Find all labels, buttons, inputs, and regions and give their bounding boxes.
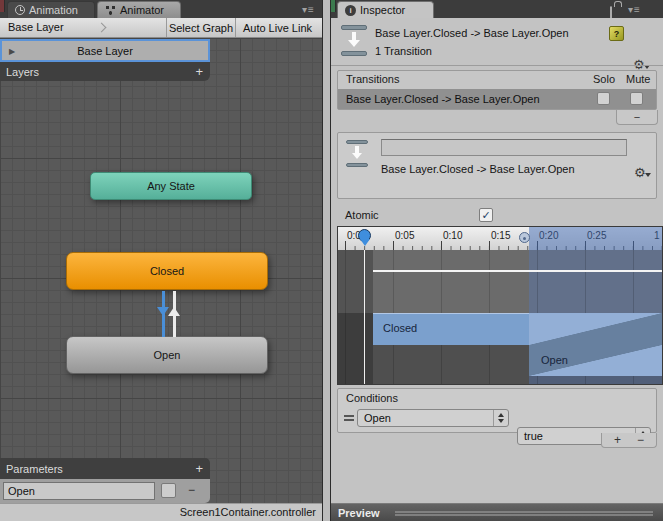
window-edge-decoration	[331, 0, 336, 12]
tick-label: 0:10	[443, 230, 462, 241]
inspector-menu-icon[interactable]: ▾≡	[628, 4, 641, 15]
state-node-any-state[interactable]: Any State	[90, 172, 252, 200]
conditions-add-remove-bar: + −	[601, 433, 657, 448]
mute-checkbox[interactable]	[630, 92, 643, 105]
layers-header-label: Layers	[6, 66, 39, 78]
transition-name-field-wrap	[381, 139, 627, 156]
any-state-label: Any State	[147, 180, 195, 192]
preview-bar[interactable]: Preview	[331, 503, 663, 521]
atomic-label: Atomic	[345, 209, 379, 221]
transition-detail-box: ⚙ Base Layer.Closed -> Base Layer.Open	[337, 132, 657, 199]
solo-checkbox[interactable]	[597, 92, 610, 105]
clip-closed-fade-wedge[interactable]	[529, 313, 662, 345]
layer-item-label: Base Layer	[77, 45, 133, 57]
parameters-header: Parameters +	[0, 458, 210, 479]
inspector-title: Base Layer.Closed -> Base Layer.Open	[375, 27, 569, 39]
select-graph-button[interactable]: Select Graph	[166, 18, 235, 37]
clock-icon	[15, 5, 25, 15]
blend-curve-line	[373, 270, 662, 272]
tab-animation-label: Animation	[29, 4, 78, 16]
transition-icon	[341, 25, 367, 56]
breadcrumb[interactable]: Base Layer	[8, 21, 64, 33]
add-parameter-button[interactable]: +	[195, 458, 203, 479]
panel-menu-icon[interactable]: ▾≡	[302, 4, 315, 15]
inspector-tab-bar: i Inspector ▾≡	[331, 0, 663, 18]
clip-bar-closed[interactable]: Closed	[373, 313, 529, 345]
unity-editor: Animation Animator ▾≡ Base Layer Select …	[0, 0, 663, 521]
panel-divider[interactable]	[322, 0, 331, 521]
mute-column-label: Mute	[626, 73, 650, 85]
parameter-name-input[interactable]	[3, 482, 155, 500]
tab-animation[interactable]: Animation	[7, 1, 95, 18]
remove-condition-button[interactable]: −	[637, 433, 644, 447]
tab-inspector[interactable]: i Inspector	[337, 1, 434, 18]
parameter-row: −	[0, 479, 210, 503]
track-left-margin	[338, 250, 373, 384]
transition-list-item[interactable]: Base Layer.Closed -> Base Layer.Open	[338, 89, 656, 109]
animator-tab-bar: Animation Animator ▾≡	[0, 0, 322, 18]
tab-animator[interactable]: Animator	[97, 1, 181, 18]
layer-item-base-layer[interactable]: ▶ Base Layer	[0, 39, 210, 62]
animator-status-bar: Screen1Container.controller	[0, 503, 322, 521]
tab-animator-label: Animator	[120, 4, 164, 16]
state-node-closed[interactable]: Closed	[66, 252, 268, 290]
state-node-open[interactable]: Open	[66, 336, 268, 374]
condition-value: true	[524, 430, 543, 442]
minus-icon: −	[634, 111, 640, 123]
layer-expand-icon[interactable]: ▶	[9, 47, 15, 56]
header-divider	[331, 65, 663, 66]
window-edge-decoration	[0, 0, 5, 12]
transition-detail-label: Base Layer.Closed -> Base Layer.Open	[381, 163, 575, 175]
preview-label: Preview	[338, 507, 380, 519]
remove-transition-button[interactable]: −	[616, 110, 658, 125]
transition-name-input[interactable]	[381, 139, 627, 156]
drag-handle-icon[interactable]	[344, 415, 354, 421]
open-state-label: Open	[154, 349, 181, 361]
add-condition-button[interactable]: +	[614, 433, 621, 447]
transition-list-item-label: Base Layer.Closed -> Base Layer.Open	[346, 93, 540, 105]
select-graph-label: Select Graph	[169, 22, 233, 34]
remove-parameter-button[interactable]: −	[188, 483, 195, 497]
tab-inspector-label: Inspector	[360, 4, 405, 16]
inspector-subtitle: 1 Transition	[375, 45, 432, 57]
transitions-list-box: Transitions Solo Mute Base Layer.Closed …	[337, 70, 657, 110]
dropdown-arrows-icon	[493, 410, 508, 426]
condition-parameter-dropdown[interactable]: Open	[357, 409, 509, 427]
animator-toolbar: Base Layer Select Graph Auto Live Link	[0, 18, 322, 38]
controller-path-label: Screen1Container.controller	[180, 506, 316, 518]
transitions-title: Transitions	[346, 73, 399, 85]
preview-drag-lines	[395, 511, 653, 516]
transition-icon	[346, 140, 368, 167]
timeline-track-area[interactable]: Closed Open	[338, 250, 662, 384]
state-machine-icon	[105, 5, 116, 15]
transition-region-highlight	[529, 227, 662, 250]
help-icon[interactable]: ?	[609, 26, 624, 41]
condition-parameter-value: Open	[364, 412, 391, 424]
conditions-box: Conditions Open true	[337, 388, 657, 433]
auto-live-link-button[interactable]: Auto Live Link	[235, 18, 319, 37]
breadcrumb-chevron-icon	[97, 23, 107, 33]
closed-state-label: Closed	[150, 265, 184, 277]
gear-icon[interactable]: ⚙	[634, 165, 646, 180]
clip-open-label: Open	[541, 354, 568, 366]
conditions-title: Conditions	[346, 392, 398, 404]
tick-label: 0:05	[395, 230, 414, 241]
info-icon: i	[345, 5, 356, 16]
clip-closed-label: Closed	[383, 322, 417, 334]
transition-start-marker[interactable]	[519, 232, 530, 243]
timeline-ruler[interactable]: 0:00 0:05 0:10 0:15 0:20 0:25 1	[338, 227, 662, 250]
transition-timeline: 0:00 0:05 0:10 0:15 0:20 0:25 1 Closed O…	[337, 226, 663, 385]
check-icon: ✓	[480, 209, 492, 221]
playhead-marker[interactable]	[358, 229, 371, 242]
clip-bar-open[interactable]: Open	[529, 345, 662, 376]
auto-live-link-label: Auto Live Link	[243, 22, 312, 34]
parameter-value-checkbox[interactable]	[161, 483, 176, 498]
transition-arrow-up-icon[interactable]	[168, 307, 180, 316]
parameters-header-label: Parameters	[6, 463, 63, 475]
atomic-checkbox[interactable]: ✓	[479, 208, 493, 222]
solo-column-label: Solo	[593, 73, 615, 85]
tick-label: 0:15	[491, 230, 510, 241]
layers-header: Layers +	[0, 62, 210, 81]
add-layer-button[interactable]: +	[195, 62, 203, 81]
playhead-line[interactable]	[364, 250, 365, 384]
